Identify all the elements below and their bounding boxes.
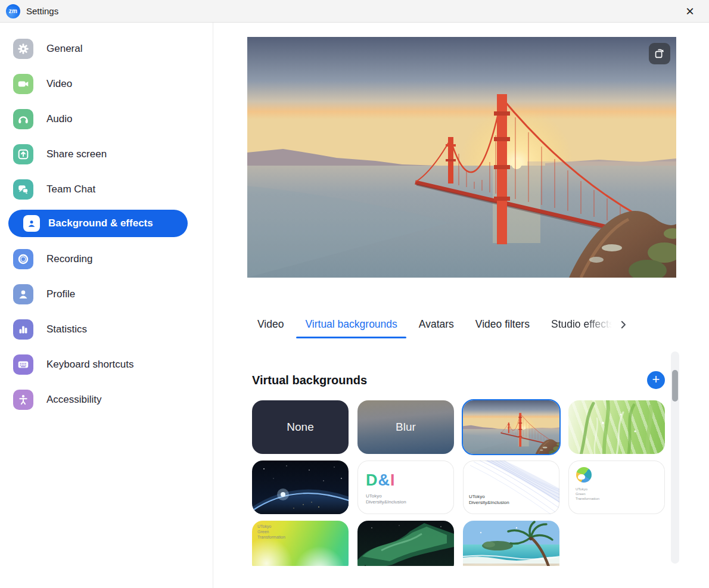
sidebar-item-label: Audio [46, 113, 72, 125]
sidebar-item-share-screen[interactable]: Share screen [13, 144, 213, 164]
add-background-button[interactable]: + [647, 371, 665, 389]
accessibility-icon [13, 390, 33, 410]
background-tile-blur[interactable]: Blur [357, 400, 454, 454]
tab-video[interactable]: Video [257, 318, 284, 338]
background-tile-utokyo-green-curve[interactable]: UTokyoGreenTransformation [568, 461, 665, 514]
background-effects-tabs: Video Virtual backgrounds Avatars Video … [247, 318, 676, 338]
golden-gate-preview-image [247, 37, 676, 278]
green-curve-text: UTokyoGreenTransformation [576, 487, 599, 501]
sidebar-item-video[interactable]: Video [13, 74, 213, 94]
settings-sidebar: General Video Audio Share screen Team Ch [0, 23, 213, 588]
gear-icon [13, 39, 33, 59]
sidebar-item-label: Keyboard shortcuts [46, 359, 133, 371]
sidebar-item-accessibility[interactable]: Accessibility [13, 390, 213, 410]
gx-text: UTokyoGreenTransformation [257, 524, 285, 540]
tab-avatars[interactable]: Avatars [419, 318, 454, 338]
background-tile-utokyo-di-logo[interactable]: D&I UTokyoDiversity&Inclusion [357, 461, 454, 514]
tab-video-filters[interactable]: Video filters [475, 318, 530, 338]
sidebar-item-label: Background & effects [48, 217, 153, 229]
sidebar-item-profile[interactable]: Profile [13, 284, 213, 304]
share-screen-icon [13, 144, 33, 164]
titlebar[interactable]: zm Settings × [0, 0, 709, 23]
tab-studio-effects[interactable]: Studio effects [551, 318, 614, 338]
tile-label: Blur [357, 400, 454, 454]
sidebar-item-label: Statistics [46, 323, 87, 335]
scrollbar-thumb[interactable] [672, 370, 678, 402]
record-circle-icon [13, 249, 33, 269]
backgrounds-grid: None Blur D&I UTokyoD [252, 400, 665, 566]
sidebar-item-label: Profile [46, 288, 75, 300]
sidebar-item-label: Recording [46, 253, 93, 265]
video-preview [247, 37, 676, 278]
background-tile-utokyo-gx[interactable]: UTokyoGreenTransformation [252, 521, 349, 566]
sidebar-item-statistics[interactable]: Statistics [13, 319, 213, 340]
sidebar-item-recording[interactable]: Recording [13, 249, 213, 269]
vertical-scrollbar-track[interactable] [671, 351, 679, 564]
wave-mesh-art [463, 461, 559, 514]
sidebar-item-label: Accessibility [46, 394, 102, 406]
grass-thumbnail [568, 400, 665, 454]
bar-chart-icon [13, 319, 33, 340]
panel-heading: Virtual backgrounds [252, 374, 367, 387]
sidebar-item-audio[interactable]: Audio [13, 109, 213, 129]
sidebar-item-keyboard-shortcuts[interactable]: Keyboard shortcuts [13, 354, 213, 375]
tab-virtual-backgrounds[interactable]: Virtual backgrounds [305, 318, 397, 338]
di-wave-text: UTokyoDiversity&Inclusion [469, 494, 509, 506]
di-line1: UTokyo [366, 493, 406, 499]
background-tile-beach[interactable] [463, 521, 559, 566]
headphones-icon [13, 109, 33, 129]
tabs-overflow-chevron-icon[interactable] [618, 319, 629, 330]
di-line2: Diversity&Inclusion [366, 499, 406, 505]
video-camera-icon [13, 74, 33, 94]
beach-thumbnail [463, 521, 559, 566]
tile-label: None [252, 400, 349, 454]
window-title: Settings [26, 6, 58, 16]
background-tile-none[interactable]: None [252, 400, 349, 454]
sidebar-item-label: General [46, 43, 82, 55]
utokyo-green-logo [576, 467, 592, 483]
background-tile-utokyo-di-wave[interactable]: UTokyoDiversity&Inclusion [463, 461, 559, 514]
sidebar-item-label: Team Chat [46, 183, 95, 195]
sidebar-item-general[interactable]: General [13, 39, 213, 59]
mirror-rotate-button[interactable] [649, 43, 670, 64]
earth-thumbnail [252, 461, 349, 514]
chat-bubbles-icon [13, 179, 33, 200]
virtual-backgrounds-panel: Virtual backgrounds + None Blur [247, 351, 679, 566]
sidebar-item-team-chat[interactable]: Team Chat [13, 179, 213, 200]
zoom-logo: zm [6, 4, 20, 18]
mirror-rotate-icon [653, 47, 666, 60]
background-tile-earth[interactable] [252, 461, 349, 514]
sidebar-item-label: Video [46, 78, 72, 90]
background-tile-golden-gate[interactable] [463, 400, 559, 454]
main-panel: Video Virtual backgrounds Avatars Video … [213, 23, 709, 588]
person-card-icon [23, 215, 40, 232]
close-button[interactable]: × [677, 0, 703, 23]
sidebar-item-label: Share screen [46, 148, 107, 160]
aurora-thumbnail [357, 521, 454, 566]
sidebar-item-background-effects[interactable]: Background & effects [8, 210, 188, 237]
di-logo: D&I UTokyoDiversity&Inclusion [366, 471, 406, 505]
person-icon [13, 284, 33, 304]
background-tile-aurora[interactable] [357, 521, 454, 566]
golden-gate-thumbnail [463, 400, 559, 454]
background-tile-grass[interactable] [568, 400, 665, 454]
keyboard-icon [13, 354, 33, 375]
